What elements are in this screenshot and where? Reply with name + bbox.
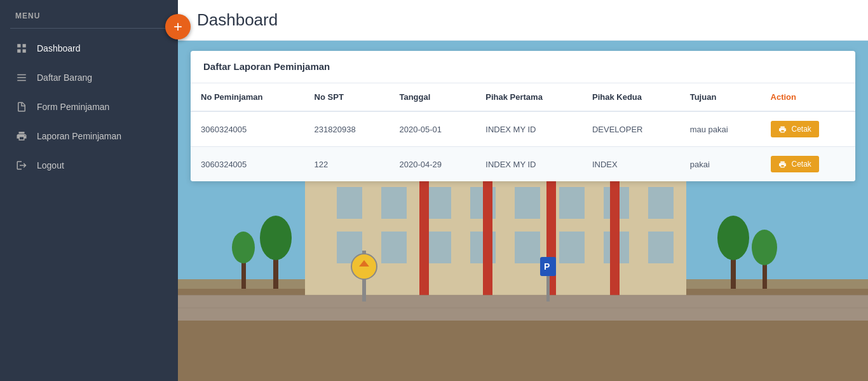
cetak-button[interactable]: Cetak xyxy=(771,156,819,172)
svg-rect-4 xyxy=(17,74,26,76)
sidebar-divider xyxy=(10,28,168,29)
table-header-row: No Peminjaman No SPT Tanggal Pihak Perta… xyxy=(191,83,855,111)
form-icon xyxy=(15,100,28,113)
svg-rect-24 xyxy=(648,187,674,219)
svg-point-42 xyxy=(752,230,777,265)
cell-action: Cetak xyxy=(761,147,855,182)
header: Dashboard xyxy=(178,0,868,41)
col-tujuan: Tujuan xyxy=(680,83,761,111)
table-row: 30603240052318209382020-05-01INDEX MY ID… xyxy=(191,111,855,147)
table-card: Daftar Laporan Peminjaman No Peminjaman … xyxy=(191,51,855,181)
table-card-header: Daftar Laporan Peminjaman xyxy=(191,51,855,83)
svg-rect-6 xyxy=(17,80,26,81)
cell-pihak-kedua: DEVELOPER xyxy=(582,111,680,147)
svg-rect-22 xyxy=(559,187,585,219)
svg-rect-32 xyxy=(648,232,674,263)
cell-pihak-kedua: INDEX xyxy=(582,147,680,182)
logout-icon xyxy=(15,159,28,172)
cell-no-peminjaman: 3060324005 xyxy=(191,111,304,147)
cell-pihak-pertama: INDEX MY ID xyxy=(475,111,582,147)
sidebar-laporan-label: Laporan Peminjaman xyxy=(37,131,121,141)
content-area: P Daftar Laporan Peminjaman No Peminjama… xyxy=(178,41,868,381)
sidebar-dashboard-label: Dashboard xyxy=(37,43,81,53)
svg-rect-19 xyxy=(426,187,451,219)
cell-tanggal: 2020-05-01 xyxy=(389,111,475,147)
print-icon xyxy=(15,130,28,142)
sidebar-daftar-barang-label: Daftar Barang xyxy=(37,73,92,83)
list-icon xyxy=(15,71,28,84)
sidebar: MENU Dashboard Daftar Barang Form Peminj… xyxy=(0,0,178,381)
col-tanggal: Tanggal xyxy=(389,83,475,111)
sidebar-logout-label: Logout xyxy=(37,160,64,170)
svg-rect-29 xyxy=(515,232,540,263)
svg-point-38 xyxy=(260,216,292,260)
cell-no-spt: 122 xyxy=(304,147,390,182)
col-pihak-pertama: Pihak Pertama xyxy=(475,83,582,111)
col-pihak-kedua: Pihak Kedua xyxy=(582,83,680,111)
cell-tanggal: 2020-04-29 xyxy=(389,147,475,182)
svg-point-44 xyxy=(232,232,255,263)
menu-label: MENU xyxy=(0,0,178,28)
svg-rect-3 xyxy=(23,50,26,53)
cell-tujuan: mau pakai xyxy=(680,111,761,147)
table-row: 30603240051222020-04-29INDEX MY IDINDEXp… xyxy=(191,147,855,182)
svg-rect-2 xyxy=(17,50,20,53)
svg-rect-21 xyxy=(515,187,540,219)
svg-rect-17 xyxy=(337,187,362,219)
cell-no-peminjaman: 3060324005 xyxy=(191,147,304,182)
sidebar-item-dashboard[interactable]: Dashboard xyxy=(0,34,178,63)
svg-rect-1 xyxy=(23,44,26,47)
sidebar-item-laporan-peminjaman[interactable]: Laporan Peminjaman xyxy=(0,121,178,151)
sidebar-form-peminjaman-label: Form Peminjaman xyxy=(37,102,109,112)
svg-rect-5 xyxy=(17,77,26,78)
page-title: Dashboard xyxy=(197,10,278,30)
add-button[interactable]: + xyxy=(165,14,191,39)
sidebar-item-form-peminjaman[interactable]: Form Peminjaman xyxy=(0,92,178,121)
svg-rect-27 xyxy=(426,232,451,263)
svg-rect-18 xyxy=(381,187,407,219)
cell-tujuan: pakai xyxy=(680,147,761,182)
svg-rect-26 xyxy=(381,232,407,263)
cell-no-spt: 231820938 xyxy=(304,111,390,147)
main-content: Dashboard xyxy=(178,0,868,381)
sidebar-item-logout[interactable]: Logout xyxy=(0,151,178,180)
col-action: Action xyxy=(761,83,855,111)
cetak-button[interactable]: Cetak xyxy=(771,121,819,137)
table-card-title: Daftar Laporan Peminjaman xyxy=(203,61,330,72)
laporan-table: No Peminjaman No SPT Tanggal Pihak Perta… xyxy=(191,83,855,181)
cell-action: Cetak xyxy=(761,111,855,147)
col-no-spt: No SPT xyxy=(304,83,390,111)
svg-rect-0 xyxy=(17,44,20,47)
cell-pihak-pertama: INDEX MY ID xyxy=(475,147,582,182)
svg-text:P: P xyxy=(544,261,550,272)
col-no-peminjaman: No Peminjaman xyxy=(191,83,304,111)
sidebar-item-daftar-barang[interactable]: Daftar Barang xyxy=(0,63,178,92)
dashboard-icon xyxy=(15,42,28,55)
svg-rect-30 xyxy=(559,232,585,263)
svg-point-40 xyxy=(717,216,749,260)
